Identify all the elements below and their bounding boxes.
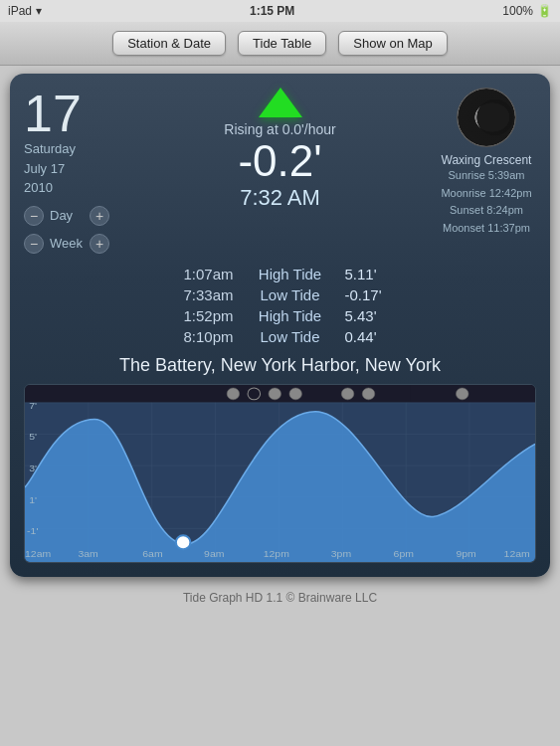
svg-rect-1 xyxy=(410,385,535,403)
svg-point-15 xyxy=(176,535,191,549)
tide-type: High Tide xyxy=(246,266,335,282)
svg-text:1': 1' xyxy=(29,493,37,504)
week-label: Week xyxy=(50,236,84,251)
tide-value: 0.44' xyxy=(335,328,395,345)
svg-point-22 xyxy=(456,387,468,399)
tide-type: High Tide xyxy=(246,307,335,324)
date-block: 17 Saturday July 17 2010 − Day + − Week … xyxy=(24,88,123,254)
tide-value: 5.11' xyxy=(335,266,395,282)
rising-text: Rising at 0.0'/hour xyxy=(224,121,335,137)
status-time: 1:15 PM xyxy=(250,4,294,18)
device-label: iPad xyxy=(8,4,32,18)
current-tide-time: 7:32 AM xyxy=(240,185,320,211)
svg-text:12pm: 12pm xyxy=(264,548,289,559)
moonset-text: Moonset 11:37pm xyxy=(443,220,530,238)
date-year: 2010 xyxy=(24,178,123,198)
svg-text:6am: 6am xyxy=(142,548,162,559)
tide-table: 1:07am High Tide 5.11' 7:33am Low Tide -… xyxy=(24,264,536,347)
current-tide-block: Rising at 0.0'/hour -0.2' 7:32 AM xyxy=(123,88,437,211)
svg-point-16 xyxy=(227,387,240,399)
location-label: The Battery, New York Harbor, New York xyxy=(24,355,536,376)
moon-phase: Waxing Crescent xyxy=(442,153,532,167)
svg-point-21 xyxy=(362,387,375,399)
show-on-map-button[interactable]: Show on Map xyxy=(338,31,448,56)
main-card: 17 Saturday July 17 2010 − Day + − Week … xyxy=(10,74,550,577)
day-minus-button[interactable]: − xyxy=(24,206,44,226)
station-date-button[interactable]: Station & Date xyxy=(112,31,226,56)
status-right: 100% 🔋 xyxy=(502,4,552,18)
rising-arrow-icon xyxy=(259,88,302,117)
date-month-day: July 17 xyxy=(24,159,123,179)
battery-icon: 🔋 xyxy=(537,4,552,18)
svg-text:9pm: 9pm xyxy=(456,548,475,559)
svg-text:3': 3' xyxy=(29,463,37,473)
tide-table-row: 7:33am Low Tide -0.17' xyxy=(24,284,536,305)
svg-text:3pm: 3pm xyxy=(331,548,351,559)
tide-value: -0.17' xyxy=(335,286,395,303)
svg-point-19 xyxy=(289,387,302,399)
svg-text:7': 7' xyxy=(29,399,37,410)
sunset-text: Sunset 8:24pm xyxy=(450,202,523,220)
toolbar: Station & Date Tide Table Show on Map xyxy=(0,22,560,66)
tide-time: 1:07am xyxy=(166,266,246,282)
week-plus-button[interactable]: + xyxy=(90,234,109,254)
day-label: Day xyxy=(50,208,84,223)
tide-table-row: 1:52pm High Tide 5.43' xyxy=(24,305,536,326)
day-plus-button[interactable]: + xyxy=(90,206,109,226)
tide-time: 1:52pm xyxy=(166,307,246,324)
current-tide-value: -0.2' xyxy=(238,139,321,183)
tide-type: Low Tide xyxy=(246,328,335,345)
moonrise-text: Moonrise 12:42pm xyxy=(441,185,531,203)
svg-point-18 xyxy=(269,387,281,399)
battery-label: 100% xyxy=(502,4,533,18)
moon-block: Waxing Crescent Sunrise 5:39am Moonrise … xyxy=(437,88,536,237)
week-controls: − Week + xyxy=(24,234,123,254)
tide-chart: 7' 5' 3' 1' -1' 12am 3am 6am 9am 12pm 3p… xyxy=(24,384,536,563)
tide-value: 5.43' xyxy=(335,307,395,324)
svg-point-20 xyxy=(341,387,354,399)
date-day-number: 17 xyxy=(24,88,123,139)
svg-text:3am: 3am xyxy=(78,548,97,559)
svg-text:6pm: 6pm xyxy=(394,548,414,559)
svg-text:9am: 9am xyxy=(204,548,224,559)
status-bar: iPad ▾ 1:15 PM 100% 🔋 xyxy=(0,0,560,22)
date-weekday: Saturday xyxy=(24,139,123,159)
status-left: iPad ▾ xyxy=(8,4,42,18)
moon-image xyxy=(457,88,516,147)
top-section: 17 Saturday July 17 2010 − Day + − Week … xyxy=(24,88,536,254)
footer-text: Tide Graph HD 1.1 © Brainware LLC xyxy=(0,585,560,607)
svg-text:12am: 12am xyxy=(504,548,530,559)
tide-type: Low Tide xyxy=(246,286,335,303)
tide-table-button[interactable]: Tide Table xyxy=(238,31,326,56)
tide-time: 7:33am xyxy=(166,286,246,303)
svg-text:5': 5' xyxy=(29,431,37,442)
wifi-icon: ▾ xyxy=(36,4,42,18)
svg-text:12am: 12am xyxy=(25,548,51,559)
day-controls: − Day + xyxy=(24,206,123,226)
svg-text:-1': -1' xyxy=(27,525,38,536)
tide-table-row: 8:10pm Low Tide 0.44' xyxy=(24,326,536,347)
tide-time: 8:10pm xyxy=(166,328,246,345)
sunrise-text: Sunrise 5:39am xyxy=(448,167,524,185)
week-minus-button[interactable]: − xyxy=(24,234,44,254)
tide-table-row: 1:07am High Tide 5.11' xyxy=(24,264,536,284)
